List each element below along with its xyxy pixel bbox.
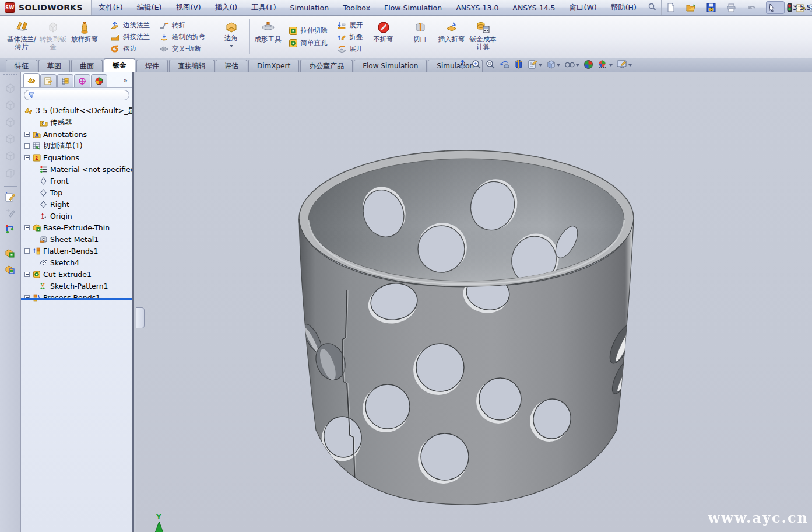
tab-configuration-manager[interactable]	[57, 74, 73, 87]
tree-item-sensors[interactable]: 传感器	[23, 117, 132, 128]
view-settings-caret-icon[interactable]	[539, 64, 542, 66]
new-sketch-icon[interactable]	[5, 191, 16, 205]
menu-edit[interactable]: 编辑(E)	[130, 0, 169, 15]
tree-item-process-bends1[interactable]: Process-Bends1	[23, 292, 132, 303]
tree-item-equations[interactable]: Σ Equations	[23, 152, 132, 163]
tab-sheet-metal[interactable]: 钣金	[104, 58, 135, 72]
view-appearance-icon[interactable]	[597, 60, 613, 69]
previous-view-icon[interactable]	[500, 60, 510, 69]
sketched-bend-button[interactable]: 绘制的折弯	[157, 32, 208, 42]
rip-button[interactable]: 切口	[405, 17, 436, 57]
menu-ansys-13[interactable]: ANSYS 13.0	[449, 0, 505, 15]
search-icon[interactable]	[648, 3, 656, 13]
view-cube-2-icon[interactable]	[4, 99, 16, 114]
menu-simulation[interactable]: Simulation	[283, 0, 336, 15]
menu-file[interactable]: 文件(F)	[92, 0, 130, 15]
tabs-overflow-chevron[interactable]: »	[124, 76, 131, 87]
expand-toggle[interactable]	[24, 249, 30, 254]
tree-item-cutlist[interactable]: 切割清单(1)	[23, 140, 132, 152]
tab-dimxpert-manager[interactable]	[74, 74, 90, 87]
tree-item-flatten-bends1[interactable]: Flatten-Bends1	[23, 245, 132, 257]
tree-item-sketch4[interactable]: Sketch4	[23, 257, 132, 268]
unfold-button[interactable]: 展开	[335, 20, 365, 30]
insert-bends-button[interactable]: 插入折弯	[436, 17, 467, 57]
section-view-icon[interactable]	[514, 60, 523, 69]
tree-item-annotations[interactable]: A Annotations	[23, 128, 132, 140]
menu-window[interactable]: 窗口(W)	[563, 0, 604, 15]
tree-filter-box[interactable]	[24, 90, 129, 100]
tree-item-sheet-metal1[interactable]: Sheet-Metal1	[23, 233, 132, 245]
view-orientation-cube-icon[interactable]	[546, 60, 560, 69]
tree-item-top-plane[interactable]: Top	[23, 187, 132, 198]
save-button[interactable]: !	[705, 1, 724, 14]
rollback-bar[interactable]	[21, 298, 132, 300]
sheet-metal-cost-button[interactable]: 钣金成本计算	[467, 17, 499, 57]
view-settings-icon[interactable]	[528, 60, 542, 69]
expand-toggle[interactable]	[24, 144, 30, 149]
tab-feature-tree[interactable]	[23, 73, 40, 87]
zoom-to-fit-icon[interactable]	[458, 60, 467, 69]
coordinate-system-icon[interactable]	[5, 224, 16, 238]
simple-hole-button[interactable]: 简单直孔	[286, 38, 330, 48]
forming-tool-button[interactable]: 成形工具	[252, 17, 284, 57]
hem-button[interactable]: 褶边	[108, 44, 152, 54]
tree-item-origin[interactable]: Origin	[23, 210, 132, 222]
menu-view[interactable]: 视图(V)	[168, 0, 208, 15]
expand-toggle[interactable]	[24, 272, 30, 277]
expand-toggle[interactable]	[24, 155, 30, 160]
feature-tool-1-icon[interactable]	[4, 248, 16, 262]
view-cube-3-icon[interactable]	[4, 116, 16, 131]
panel-collapse-handle[interactable]	[136, 307, 145, 328]
menu-flow-simulation[interactable]: Flow Simulation	[377, 0, 449, 15]
view-appearance-caret-icon[interactable]	[609, 64, 613, 66]
tab-weldments[interactable]: 焊件	[136, 60, 168, 72]
new-document-button[interactable]	[665, 1, 684, 14]
flatten-button[interactable]: 展开	[335, 44, 365, 54]
fold-button[interactable]: 折叠	[335, 32, 365, 42]
view-cube-1-icon[interactable]	[4, 82, 16, 97]
tree-item-cut-extrude1[interactable]: Cut-Extrude1	[23, 268, 132, 280]
expand-toggle[interactable]	[24, 132, 30, 137]
undo-button[interactable]	[746, 1, 765, 14]
tree-item-base-extrude-thin[interactable]: Base-Extrude-Thin	[23, 222, 132, 233]
cross-break-button[interactable]: 交叉-折断	[157, 44, 208, 54]
edge-flange-button[interactable]: 边线法兰	[108, 20, 152, 30]
menu-ansys-14-5[interactable]: ANSYS 14.5	[505, 0, 562, 15]
edit-appearance-caret-icon[interactable]	[628, 64, 632, 66]
tree-item-material[interactable]: Material <not specified>	[23, 163, 132, 175]
menu-help[interactable]: 帮助(H)	[604, 0, 644, 15]
expand-toggle[interactable]	[24, 225, 30, 230]
tab-features[interactable]: 特征	[6, 60, 37, 72]
no-bends-button[interactable]: 不折弯	[368, 17, 399, 57]
graphics-viewport[interactable]: www.ayc.cn Y	[136, 72, 812, 532]
apply-scene-icon[interactable]	[583, 60, 593, 69]
tab-direct-editing[interactable]: 直接编辑	[169, 60, 215, 72]
tree-item-right-plane[interactable]: Right	[23, 198, 132, 210]
tab-property-manager[interactable]	[40, 74, 57, 87]
extruded-cut-button[interactable]: 拉伸切除	[286, 26, 330, 36]
display-style-caret-icon[interactable]	[576, 64, 579, 66]
menu-tools[interactable]: 工具(T)	[244, 0, 283, 15]
zoom-to-area-icon[interactable]	[472, 60, 481, 69]
menu-toolbox[interactable]: Toolbox	[336, 0, 377, 15]
lofted-bend-button[interactable]: 放样折弯	[69, 17, 100, 57]
3d-model-perforated-cylinder[interactable]: www.ayc.cn Y	[142, 72, 812, 532]
print-button[interactable]	[725, 1, 744, 14]
open-button[interactable]	[685, 1, 704, 14]
corner-caret-icon[interactable]	[230, 45, 233, 47]
edit-appearance-icon[interactable]	[617, 60, 632, 69]
tab-display-manager[interactable]	[91, 74, 107, 87]
tree-root[interactable]: 3-5 (Default<<Default>_显示	[23, 105, 132, 117]
convert-to-sheet-metal-button[interactable]: 转换到钣金	[37, 17, 69, 57]
feature-tool-2-icon[interactable]	[4, 264, 16, 278]
base-flange-button[interactable]: 基体法兰/薄片	[6, 17, 37, 57]
view-orientation-caret-icon[interactable]	[557, 64, 560, 66]
corner-button[interactable]: 边角	[216, 17, 247, 57]
tab-surfaces[interactable]: 曲面	[71, 60, 103, 72]
select-tool-button[interactable]	[766, 1, 785, 14]
view-cube-5-icon[interactable]	[4, 150, 16, 164]
filter-input[interactable]	[37, 92, 118, 99]
selection-filter-button[interactable]	[786, 1, 793, 14]
tab-dimxpert[interactable]: DimXpert	[248, 60, 299, 72]
tab-evaluate[interactable]: 评估	[216, 60, 247, 72]
